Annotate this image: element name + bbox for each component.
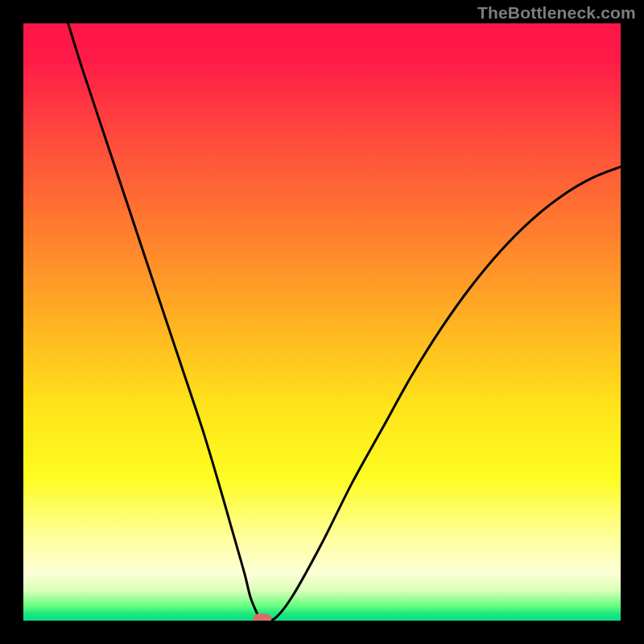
curve-layer bbox=[23, 23, 621, 621]
plot-area bbox=[23, 23, 621, 621]
chart-frame: TheBottleneck.com bbox=[0, 0, 644, 644]
watermark-text: TheBottleneck.com bbox=[477, 3, 636, 23]
bottleneck-curve bbox=[68, 23, 621, 621]
minimum-marker bbox=[254, 614, 271, 621]
